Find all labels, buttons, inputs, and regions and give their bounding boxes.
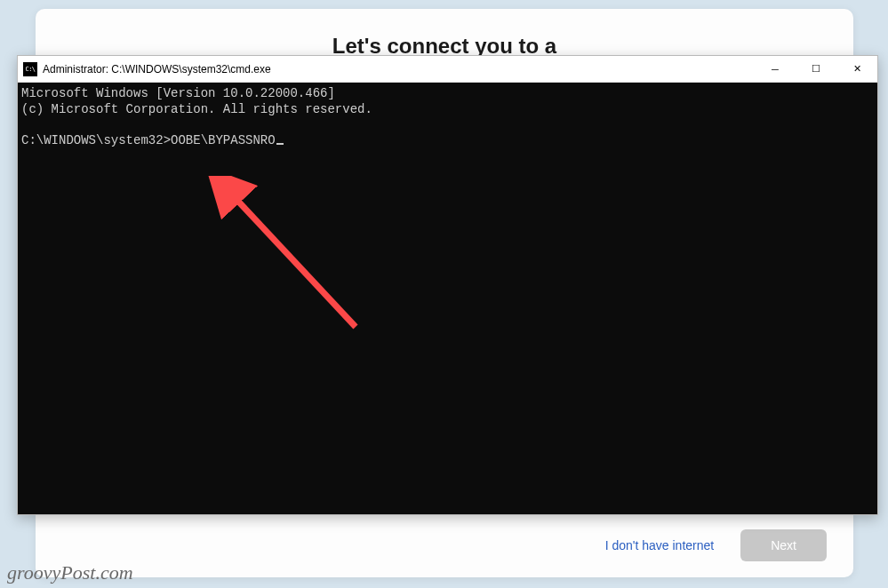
- terminal-line: (c) Microsoft Corporation. All rights re…: [21, 102, 874, 118]
- terminal-line: Microsoft Windows [Version 10.0.22000.46…: [21, 86, 874, 102]
- watermark: groovyPost.com: [7, 561, 133, 584]
- minimize-button[interactable]: ─: [755, 56, 796, 82]
- terminal-body[interactable]: Microsoft Windows [Version 10.0.22000.46…: [18, 83, 877, 514]
- annotation-arrow-icon: [200, 176, 396, 345]
- no-internet-link[interactable]: I don't have internet: [605, 538, 715, 552]
- terminal-line: [21, 117, 874, 133]
- cmd-window: C:\ Administrator: C:\WINDOWS\system32\c…: [17, 55, 878, 515]
- terminal-prompt: C:\WINDOWS\system32>: [21, 133, 171, 147]
- titlebar[interactable]: C:\ Administrator: C:\WINDOWS\system32\c…: [18, 56, 877, 83]
- terminal-command: OOBE\BYPASSNRO: [171, 133, 276, 147]
- maximize-button[interactable]: ☐: [796, 56, 836, 82]
- window-title: Administrator: C:\WINDOWS\system32\cmd.e…: [43, 63, 271, 75]
- cmd-icon: C:\: [23, 62, 37, 76]
- window-controls: ─ ☐ ✕: [755, 56, 877, 82]
- oobe-footer: I don't have internet Next: [605, 529, 827, 561]
- close-button[interactable]: ✕: [836, 56, 877, 82]
- terminal-prompt-line: C:\WINDOWS\system32>OOBE\BYPASSNRO: [21, 133, 874, 149]
- terminal-cursor: [276, 143, 284, 145]
- svg-line-1: [231, 194, 356, 327]
- next-button[interactable]: Next: [740, 529, 827, 561]
